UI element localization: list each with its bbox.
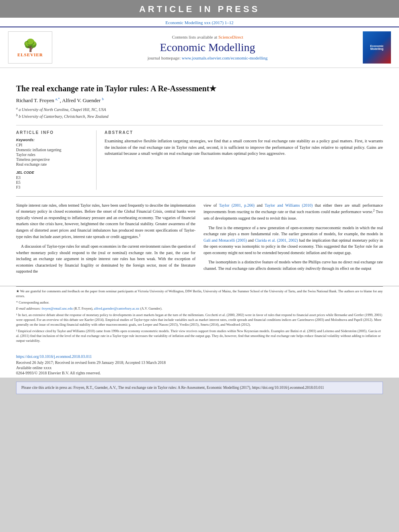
- sciencedirect-link[interactable]: ScienceDirect: [218, 35, 243, 39]
- article-title: The real exchange rate in Taylor rules: …: [16, 83, 383, 94]
- doi-link[interactable]: https://doi.org/10.1016/j.econmod.2018.0…: [16, 354, 92, 359]
- abstract-section: ABSTRACT Examining alternative flexible …: [105, 130, 383, 190]
- banner-text: ARTICLE IN PRESS: [139, 4, 260, 14]
- footnote-1: ¹ In fact, an extensive debate about the…: [16, 313, 383, 327]
- abstract-heading: ABSTRACT: [105, 130, 383, 135]
- sciencedirect-label: Contents lists available at: [172, 35, 217, 39]
- taylor-2001-link[interactable]: Taylor (2001, p.266): [219, 203, 254, 207]
- keywords-label: Keywords:: [16, 138, 90, 142]
- clarida-link[interactable]: Clarida et al. (2001, 2002): [255, 238, 298, 242]
- section-divider: [16, 196, 383, 197]
- footnote-star: ★ We are grateful for comments and feedb…: [16, 289, 383, 299]
- body-columns: Simple interest rate rules, often termed…: [16, 202, 383, 278]
- left-column: Simple interest rate rules, often termed…: [16, 202, 195, 278]
- keyword-2: Domestic inflation targeting: [16, 148, 90, 152]
- taylor-williams-link[interactable]: Taylor and Williams (2010): [265, 203, 313, 207]
- journal-thumbnail: EconomicModelling: [363, 31, 391, 64]
- affiliation-b: b b University of Canterbury, Christchur…: [16, 113, 383, 119]
- right-column: view of Taylor (2001, p.266) and Taylor …: [204, 202, 383, 278]
- footnotes-area: ★ We are grateful for comments and feedb…: [0, 286, 399, 349]
- article-info-abstract: ARTICLE INFO Keywords: CPI Domestic infl…: [16, 125, 383, 190]
- jel-label: JEL CODE: [16, 170, 90, 175]
- homepage-url[interactable]: www.journals.elsevier.com/economic-model…: [182, 55, 267, 60]
- keyword-5: Real exchange rate: [16, 162, 90, 166]
- citation-box: Please cite this article in press as: Fr…: [16, 382, 383, 394]
- footnote-email: E-mail addresses: froyen@email.unc.edu (…: [16, 306, 383, 311]
- sciencedirect-line: Contents lists available at ScienceDirec…: [60, 35, 355, 39]
- journal-ref: Economic Modelling xxx (2017) 1–12: [0, 18, 399, 27]
- jel-3: F3: [16, 185, 90, 189]
- journal-ref-text: Economic Modelling xxx (2017) 1–12: [165, 20, 233, 25]
- right-para-2: The first is the emergence of a new gene…: [204, 225, 383, 256]
- authors-line: Richard T. Froyen a,*, Alfred V. Guender…: [16, 97, 383, 104]
- journal-center: Contents lists available at ScienceDirec…: [52, 35, 363, 60]
- elsevier-tree-icon: 🌳: [23, 38, 38, 52]
- abstract-text: Examining alternative flexible inflation…: [105, 138, 383, 157]
- journal-homepage: journal homepage: www.journals.elsevier.…: [60, 55, 355, 60]
- affiliations: a a University of North Carolina, Chapel…: [16, 106, 383, 119]
- footnote-2: ² Empirical evidence cited by Taylor and…: [16, 329, 383, 343]
- keyword-3: Taylor rules: [16, 152, 90, 157]
- citation-text: Froyen, R.T., Guender, A.V., The real ex…: [74, 386, 324, 390]
- citation-label: Please cite this article in press as:: [21, 386, 72, 390]
- keyword-4: Timeless perspective: [16, 157, 90, 162]
- keyword-1: CPI: [16, 143, 90, 147]
- jel-1: E3: [16, 175, 90, 180]
- page-wrapper: ARTICLE IN PRESS Economic Modelling xxx …: [0, 0, 399, 394]
- article-info-heading: ARTICLE INFO: [16, 130, 90, 135]
- right-para-3: The isomorphism is a distinctive feature…: [204, 259, 383, 271]
- footnote-corresponding: * Corresponding author.: [16, 300, 383, 305]
- gali-monacelli-link[interactable]: Galí and Monacelli (2005): [204, 238, 247, 242]
- copyright-line: 0264-9993/© 2018 Elsevier B.V. All right…: [16, 371, 383, 375]
- article-in-press-banner: ARTICLE IN PRESS: [0, 0, 399, 18]
- journal-header: 🌳 ELSEVIER Contents lists available at S…: [0, 27, 399, 68]
- doi-area: https://doi.org/10.1016/j.econmod.2018.0…: [0, 349, 399, 378]
- article-info-section: ARTICLE INFO Keywords: CPI Domestic infl…: [16, 130, 97, 190]
- email-froyen[interactable]: froyen@email.unc.edu: [41, 306, 73, 310]
- elsevier-label: ELSEVIER: [17, 52, 43, 57]
- left-para-1: Simple interest rate rules, often termed…: [16, 202, 195, 240]
- affiliation-a: a a University of North Carolina, Chapel…: [16, 106, 383, 113]
- right-para-1: view of Taylor (2001, p.266) and Taylor …: [204, 202, 383, 222]
- available-online: Available online xxxx: [16, 366, 383, 370]
- homepage-label: journal homepage:: [148, 55, 181, 60]
- elsevier-logo: 🌳 ELSEVIER: [8, 31, 52, 64]
- journal-title: Economic Modelling: [60, 41, 355, 54]
- left-para-2: A discussion of Taylor-type rules for sm…: [16, 243, 195, 275]
- email-guender[interactable]: alfred.guender@canterbury.ac.nz: [94, 306, 140, 310]
- main-content: The real exchange rate in Taylor rules: …: [0, 68, 399, 286]
- authors-text: Richard T. Froyen a,*, Alfred V. Guender…: [16, 97, 104, 103]
- jel-2: E5: [16, 180, 90, 185]
- received-line: Received 26 July 2017; Received in revis…: [16, 360, 383, 365]
